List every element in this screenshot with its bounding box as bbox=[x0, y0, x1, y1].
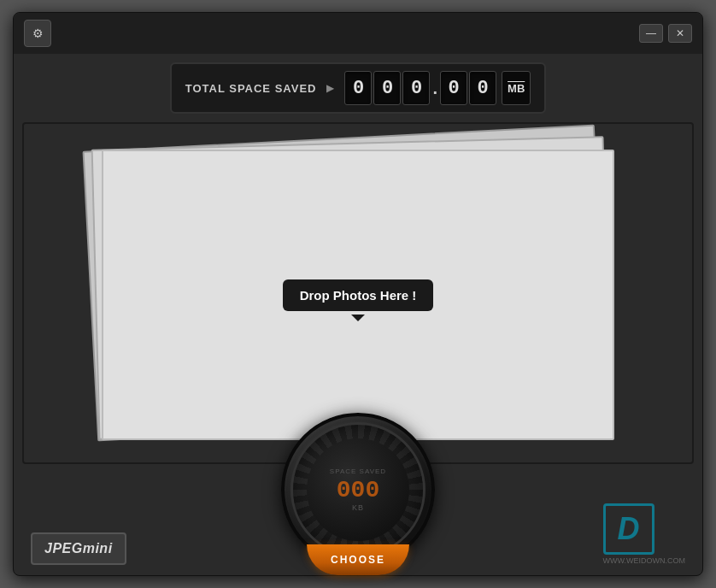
app-window: ⚙ — ✕ TOTAL SPACE SAVED ▶ 0 0 0 . 0 0 MB bbox=[13, 12, 703, 576]
digit-0: 0 bbox=[344, 71, 372, 105]
gear-icon: ⚙ bbox=[32, 26, 44, 40]
digit-4: 0 bbox=[469, 71, 496, 105]
knob-ring: SPACE SAVED 000 KB bbox=[291, 422, 425, 557]
watermark: D WWW.WEIDOWN.COM bbox=[603, 503, 685, 565]
watermark-url: WWW.WEIDOWN.COM bbox=[603, 556, 685, 565]
stats-arrow: ▶ bbox=[326, 82, 334, 94]
drop-tooltip: Drop Photos Here ! bbox=[283, 279, 434, 311]
knob-label: SPACE SAVED bbox=[330, 467, 386, 475]
counter-display: 0 0 0 . 0 0 MB bbox=[344, 71, 531, 105]
minimize-button[interactable]: — bbox=[639, 24, 663, 43]
knob-unit: KB bbox=[352, 503, 364, 512]
photo-main: Drop Photos Here ! bbox=[102, 150, 614, 440]
stats-display: TOTAL SPACE SAVED ▶ 0 0 0 . 0 0 MB bbox=[170, 62, 547, 114]
settings-button[interactable]: ⚙ bbox=[24, 20, 51, 47]
stats-label: TOTAL SPACE SAVED bbox=[185, 82, 317, 95]
brand-logo: JPEGmini bbox=[31, 532, 126, 565]
bottom-area: JPEGmini SPACE SAVED 000 KB CHOOSE D bbox=[14, 464, 702, 575]
photo-stack: Drop Photos Here ! bbox=[102, 150, 614, 440]
stats-bar: TOTAL SPACE SAVED ▶ 0 0 0 . 0 0 MB bbox=[14, 54, 702, 122]
choose-button[interactable]: CHOOSE bbox=[307, 544, 409, 575]
digit-3: 0 bbox=[440, 71, 467, 105]
window-controls: — ✕ bbox=[639, 24, 692, 43]
unit-label: MB bbox=[502, 71, 531, 105]
knob-value: 000 bbox=[337, 477, 379, 503]
digit-2: 0 bbox=[402, 71, 430, 105]
decimal-dot: . bbox=[432, 79, 437, 98]
close-button[interactable]: ✕ bbox=[668, 24, 692, 43]
knob-outer[interactable]: SPACE SAVED 000 KB bbox=[281, 413, 435, 567]
knob-inner: SPACE SAVED 000 KB bbox=[307, 438, 409, 541]
title-bar: ⚙ — ✕ bbox=[14, 13, 702, 54]
digit-1: 0 bbox=[373, 71, 401, 105]
watermark-logo: D bbox=[603, 503, 654, 555]
knob-container: SPACE SAVED 000 KB CHOOSE bbox=[281, 413, 435, 575]
choose-btn-container: CHOOSE bbox=[307, 544, 409, 575]
